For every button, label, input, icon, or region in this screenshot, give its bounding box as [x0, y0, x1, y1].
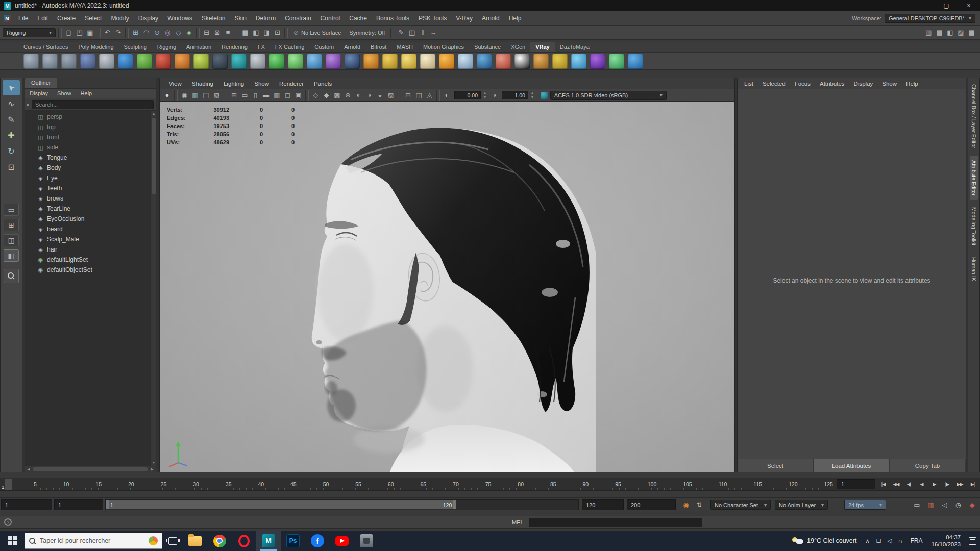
modeling-toolkit-toggle-icon[interactable]: ▥ [923, 28, 934, 38]
attribute-editor-menu-item[interactable]: Show [877, 81, 901, 87]
input-connections-icon[interactable]: ⊟ [201, 28, 212, 38]
viewport-menu-item[interactable]: Lighting [218, 81, 249, 87]
resolution-gate-icon[interactable]: ▯ [250, 90, 261, 101]
shadows-icon[interactable]: ◐ [353, 90, 364, 101]
viewport-menu-item[interactable]: Show [249, 81, 274, 87]
shelf-tab[interactable]: VRay [530, 42, 555, 52]
play-forwards-button[interactable]: ▶ [928, 479, 941, 490]
playback-end-field[interactable]: 120 [582, 499, 624, 510]
shelf-sphere-navy-icon[interactable] [345, 54, 360, 69]
shelf-poly-cube-icon[interactable] [42, 54, 58, 69]
shelf-capsule-red-icon[interactable] [496, 54, 511, 69]
ipr-render-icon[interactable]: ◨ [261, 28, 272, 38]
menu-item[interactable]: Constrain [280, 11, 315, 26]
channel-box-toggle-icon[interactable]: ▦ [966, 28, 977, 38]
frame-tick[interactable]: 70 [453, 481, 459, 487]
viewport-3d-canvas[interactable]: Verts: 30912 0 0 Edges: 40193 0 0 [160, 102, 734, 472]
step-forward-frame-button[interactable]: ▶▶ [953, 479, 966, 490]
frame-tick[interactable]: 25 [161, 481, 167, 487]
taskbar-search-box[interactable]: Taper ici pour rechercher [24, 533, 162, 549]
help-icon[interactable]: ? [4, 518, 12, 526]
separator[interactable] [125, 28, 129, 38]
shelf-sphere-red-icon[interactable] [156, 54, 171, 69]
outliner-item-front[interactable]: ◫ front [25, 132, 156, 142]
shelf-tool-gold-icon[interactable] [552, 54, 568, 69]
camera-bookmark-icon[interactable]: ◫ [406, 28, 417, 38]
rotate-tool-icon[interactable]: ↻ [3, 143, 20, 159]
layout-single-pane-icon[interactable]: ▭ [4, 204, 19, 216]
viewport-menu-item[interactable]: Renderer [274, 81, 309, 87]
outliner-horizontal-scrollbar[interactable]: ◀ ▶ [25, 466, 156, 472]
task-view-button[interactable] [162, 531, 183, 551]
menu-item[interactable]: Select [80, 11, 106, 26]
step-forward-key-button[interactable]: |▶ [941, 479, 953, 490]
menu-item[interactable]: Help [504, 11, 526, 26]
shelf-blob-green-icon[interactable] [137, 54, 152, 69]
outliner-item-side[interactable]: ◫ side [25, 142, 156, 153]
taskbar-facebook[interactable]: f [305, 531, 330, 551]
start-button[interactable] [0, 531, 24, 551]
menu-item[interactable]: File [14, 11, 33, 26]
recent-commands-icon[interactable]: ◷ [951, 500, 965, 510]
multisample-icon[interactable]: ▨ [385, 90, 396, 101]
shelf-burst-orange-icon[interactable] [439, 54, 454, 69]
frame-tick[interactable]: 105 [683, 481, 692, 487]
scrollbar-thumb[interactable] [33, 467, 148, 471]
shelf-hairball-teal-icon[interactable] [231, 54, 247, 69]
shelf-daz-cloud-icon[interactable] [571, 54, 586, 69]
menu-item[interactable]: Edit [33, 11, 53, 26]
outliner-item-scalp-male[interactable]: ◈ Scalp_Male [25, 234, 156, 244]
taskbar-maya[interactable]: M [256, 531, 281, 551]
menu-set-dropdown[interactable]: Rigging [3, 28, 56, 37]
undo-icon[interactable]: ↶ [102, 28, 113, 38]
outliner-layout-button[interactable] [4, 269, 19, 283]
menu-item[interactable]: Display [134, 11, 163, 26]
xray-icon[interactable]: ◫ [413, 90, 424, 101]
current-frame-indicator[interactable] [5, 479, 12, 490]
renderer-ball-icon[interactable]: ● [162, 90, 173, 101]
attribute-editor-menu-item[interactable]: Selected [758, 81, 790, 87]
display-tray-icon[interactable]: ⊟ [873, 537, 885, 544]
time-slider[interactable]: 1 51015202530354045505560657075808590951… [0, 478, 980, 491]
render-view-icon[interactable]: ▦ [240, 28, 251, 38]
head-model[interactable] [310, 124, 596, 472]
render-frame-icon[interactable]: ◧ [251, 28, 261, 38]
gamma-field[interactable]: 1.00 [502, 91, 528, 99]
new-scene-icon[interactable]: ▢ [63, 28, 74, 38]
shelf-squiggle-purple-icon[interactable] [326, 54, 341, 69]
2d-pan-zoom-icon[interactable]: ⊞ [229, 90, 239, 101]
taskbar-clock[interactable]: 04:37 16/10/2023 [927, 534, 965, 548]
tab-modeling-toolkit[interactable]: Modeling Toolkit [970, 203, 978, 250]
copy-tab-button[interactable]: Copy Tab [890, 459, 966, 472]
step-back-key-button[interactable]: ◀| [902, 479, 915, 490]
frame-tick[interactable]: 5 [34, 481, 37, 487]
scale-tool-icon[interactable]: ⊡ [3, 159, 20, 174]
attribute-editor-menu-item[interactable]: Display [849, 81, 878, 87]
viewport-menu-item[interactable]: Shading [187, 81, 218, 87]
separator[interactable] [58, 28, 62, 38]
isolate-select-icon[interactable]: ⊡ [403, 90, 413, 101]
shelf-dome-orange-icon[interactable] [363, 54, 379, 69]
animation-end-field[interactable]: 200 [627, 499, 676, 510]
shelf-panel-lightblue-icon[interactable] [458, 54, 473, 69]
outliner-item-hair[interactable]: ◈ hair [25, 244, 156, 255]
shelf-tab[interactable]: Rendering [216, 42, 253, 52]
auto-key-icon[interactable]: ◆ [965, 500, 979, 510]
separator[interactable] [436, 90, 440, 101]
outliner-item-top[interactable]: ◫ top [25, 122, 156, 132]
separator[interactable] [97, 28, 101, 38]
frame-tick[interactable]: 65 [420, 481, 426, 487]
shelf-help-icon[interactable] [628, 54, 643, 69]
redo-icon[interactable]: ↷ [113, 28, 124, 38]
color-management-icon[interactable] [541, 92, 548, 99]
mute-sounds-icon[interactable]: ◁ [938, 500, 951, 510]
interactive-playback-icon[interactable]: → [428, 28, 438, 38]
menu-item[interactable]: V-Ray [451, 11, 477, 26]
save-scene-icon[interactable]: ▣ [85, 28, 95, 38]
output-connections-icon[interactable]: ⊠ [212, 28, 223, 38]
shelf-funnel-yellow-icon[interactable] [382, 54, 398, 69]
camera-attributes-icon[interactable]: ▦ [190, 90, 201, 101]
frame-tick[interactable]: 60 [388, 481, 394, 487]
outliner-filter-icon[interactable]: ▸ [27, 102, 30, 107]
frame-tick[interactable]: 90 [583, 481, 589, 487]
